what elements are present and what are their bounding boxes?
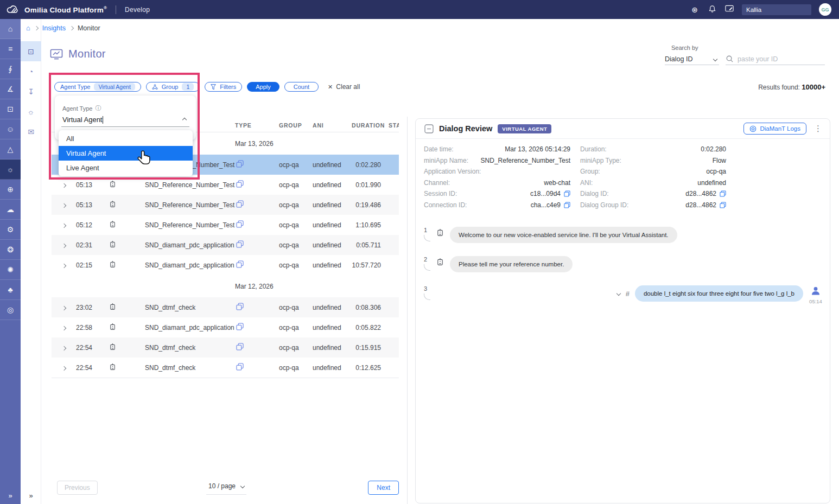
sidebar-item-hierarchy[interactable]: ♣ <box>0 280 21 300</box>
sidebar-item-home[interactable]: ⌂ <box>0 19 21 39</box>
expand-row-icon[interactable] <box>61 223 66 227</box>
col-status: STATUS <box>389 122 399 129</box>
chat-type-icon <box>236 240 244 248</box>
cloud-icon: ☁ <box>7 205 14 214</box>
notes-icon[interactable] <box>724 5 734 14</box>
chevron-down-icon[interactable] <box>616 291 620 296</box>
group-chip[interactable]: Group 1 <box>146 82 200 92</box>
user-search-input[interactable] <box>742 4 811 15</box>
monitor-chart-icon <box>50 49 63 60</box>
chat-message-bot: 2 Please tell me your reference number. <box>424 256 823 272</box>
table-row[interactable]: 23:02 SND_dtmf_check ocp-qa undefined 0:… <box>52 297 399 317</box>
previous-page-button[interactable]: Previous <box>57 481 98 495</box>
expand-row-icon[interactable] <box>61 326 66 330</box>
table-row[interactable]: 05:13 SND_Reference_Number_Test ocp-qa u… <box>52 175 399 195</box>
tree-icon: ♣ <box>8 285 12 294</box>
secondary-sidebar: ⊡ ◔ ↧ ☼ ✉ » <box>21 19 41 504</box>
table-row[interactable]: 22:58 SND_diamant_pdc_application ocp-qa… <box>52 317 399 337</box>
sidebar-item-monitor[interactable]: ⊡ <box>21 41 41 61</box>
sidebar-item-agents[interactable]: ☺ <box>0 119 21 139</box>
sidebar-item-feedback[interactable]: ✉ <box>21 122 41 142</box>
sidebar-item-deploy[interactable]: ☁ <box>0 200 21 220</box>
sidebar-item-orchestrator[interactable]: △ <box>0 139 21 160</box>
topbar-divider <box>116 5 116 14</box>
copy-icon[interactable] <box>720 202 726 208</box>
search-field-select[interactable]: Dialog ID <box>665 53 719 65</box>
bot-icon <box>109 363 117 371</box>
sidebar-item-export[interactable]: ↧ <box>21 81 41 101</box>
sidebar-item-insights[interactable]: ☼ <box>0 160 21 180</box>
chat-type-icon <box>236 343 244 350</box>
message-bracket <box>424 264 430 271</box>
apply-button[interactable]: Apply <box>247 82 279 92</box>
sidebar-item-quality[interactable]: ❂ <box>0 240 21 260</box>
table-row[interactable]: 22:54 SND_dtmf_check ocp-qa undefined 0:… <box>52 358 399 378</box>
expand-row-icon[interactable] <box>61 346 66 350</box>
breadcrumb-home-icon[interactable]: ⌂ <box>26 24 30 32</box>
sidebar-item-attachments[interactable]: ∮ <box>0 59 21 79</box>
avatar[interactable]: GG <box>819 3 831 16</box>
table-row[interactable]: 02:31 SND_diamant_pdc_application ocp-qa… <box>52 235 399 255</box>
expand-row-icon[interactable] <box>61 243 66 247</box>
count-button[interactable]: Count <box>284 82 319 92</box>
chevron-down-icon <box>713 56 717 61</box>
table-row[interactable]: 02:15 SND_diamant_pdc_application ocp-qa… <box>52 255 399 275</box>
option-all[interactable]: All <box>59 131 193 146</box>
clear-all-button[interactable]: ✕ Clear all <box>328 83 360 91</box>
apps-icon[interactable]: ⊛ <box>690 5 700 14</box>
sidebar-item-analytics[interactable]: ∡ <box>0 79 21 99</box>
sidebar-item-discovery[interactable]: ☼ <box>21 101 41 122</box>
id-search-input[interactable] <box>738 55 819 63</box>
table-row[interactable]: 22:54 SND_dtmf_check ocp-qa undefined 0:… <box>52 337 399 358</box>
pane-divider[interactable] <box>407 117 408 504</box>
diamant-logs-button[interactable]: DiaManT Logs <box>743 123 806 135</box>
collapse-panel-icon[interactable] <box>424 124 434 133</box>
expand-row-icon[interactable] <box>61 203 66 207</box>
field-value: c18...09d4 <box>530 190 561 197</box>
notifications-bell-icon[interactable] <box>707 5 717 15</box>
agent-type-input[interactable]: Virtual Agent <box>62 116 188 124</box>
sidebar-item-admin[interactable]: ⚙ <box>0 220 21 240</box>
message-number: 2 <box>424 256 431 263</box>
expand-secondary-rail-button[interactable]: » <box>21 492 41 500</box>
expand-row-icon[interactable] <box>61 366 66 370</box>
sidebar-item-debug[interactable]: ✺ <box>0 260 21 280</box>
copy-icon[interactable] <box>564 202 570 208</box>
kebab-menu-icon[interactable]: ⋮ <box>814 124 822 133</box>
next-page-button[interactable]: Next <box>368 481 399 495</box>
copy-icon[interactable] <box>564 190 570 197</box>
expand-row-icon[interactable] <box>61 305 66 310</box>
app-window: Omilia Cloud Platform® Develop ⊛ GG ⌂ ≡ … <box>0 0 839 504</box>
table-row[interactable]: 05:12 SND_Reference_Number_Test ocp-qa u… <box>52 215 399 235</box>
filters-chip[interactable]: Filters <box>205 82 242 92</box>
breadcrumb-insights-link[interactable]: Insights <box>42 24 66 32</box>
chevron-down-icon <box>240 484 245 488</box>
option-live-agent[interactable]: Live Agent <box>59 161 193 175</box>
download-icon: ↧ <box>28 87 34 96</box>
filter-toolbar: Agent Type Virtual Agent Group 1 Filters… <box>54 82 360 92</box>
expand-rail-button[interactable]: » <box>0 492 21 500</box>
hash-icon: # <box>626 290 630 298</box>
expand-row-icon[interactable] <box>61 263 66 267</box>
gear-user-icon: ⚙ <box>7 225 14 234</box>
sidebar-item-miniapps[interactable]: ≡ <box>0 39 21 59</box>
expand-row-icon[interactable] <box>61 183 66 187</box>
sidebar-item-reports[interactable]: ◔ <box>21 61 41 81</box>
message-bubble: Please tell me your reference number. <box>450 256 573 272</box>
field-label: ANI: <box>580 179 593 187</box>
field-label: Duration: <box>580 145 607 153</box>
field-value: d28...4862 <box>685 190 716 197</box>
chat-type-icon <box>236 303 244 310</box>
globe-icon: ⊕ <box>7 185 14 194</box>
bot-icon <box>109 323 117 331</box>
chat-type-icon <box>236 363 244 371</box>
sidebar-item-network[interactable]: ⊕ <box>0 180 21 200</box>
option-virtual-agent[interactable]: Virtual Agent <box>59 146 193 161</box>
sidebar-item-dialogs[interactable]: ⊡ <box>0 99 21 119</box>
table-row[interactable]: 05:13 SND_Reference_Number_Test ocp-qa u… <box>52 195 399 215</box>
brand-name: Omilia Cloud Platform® <box>24 5 107 14</box>
page-size-select[interactable]: 10 / page <box>206 482 246 495</box>
agent-type-chip[interactable]: Agent Type Virtual Agent <box>54 82 141 92</box>
copy-icon[interactable] <box>720 190 726 197</box>
sidebar-item-support[interactable]: ◎ <box>0 300 21 320</box>
